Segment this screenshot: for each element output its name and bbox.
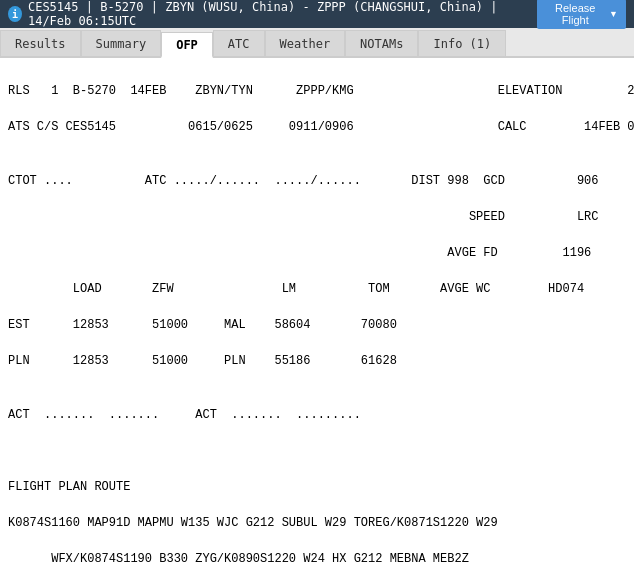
release-flight-label: Release Flight xyxy=(545,2,605,26)
info-icon: i xyxy=(8,6,22,22)
ofp-line-5: SPEED LRC xyxy=(8,208,626,226)
tab-atc[interactable]: ATC xyxy=(213,30,265,56)
ofp-line-6: AVGE FD 1196 xyxy=(8,244,626,262)
tab-notams[interactable]: NOTAMs xyxy=(345,30,418,56)
content-area[interactable]: RLS 1 B-5270 14FEB ZBYN/TYN ZPPP/KMG ELE… xyxy=(0,58,634,574)
ofp-line-1: RLS 1 B-5270 14FEB ZBYN/TYN ZPPP/KMG ELE… xyxy=(8,82,626,100)
tab-info[interactable]: Info (1) xyxy=(418,30,506,56)
flight-info-bar: i CES5145 | B-5270 | ZBYN (WUSU, China) … xyxy=(8,0,537,28)
ofp-line-2: ATS C/S CES5145 0615/0625 0911/0906 CALC… xyxy=(8,118,626,136)
flight-info-text: CES5145 | B-5270 | ZBYN (WUSU, China) - … xyxy=(28,0,537,28)
release-flight-arrow-icon: ▼ xyxy=(609,9,618,19)
ofp-content: RLS 1 B-5270 14FEB ZBYN/TYN ZPPP/KMG ELE… xyxy=(8,64,626,574)
tab-bar: Results Summary OFP ATC Weather NOTAMs I… xyxy=(0,28,634,58)
tab-summary[interactable]: Summary xyxy=(81,30,162,56)
ofp-line-8: EST 12853 51000 MAL 58604 70080 xyxy=(8,316,626,334)
ofp-line-flight-plan-route: FLIGHT PLAN ROUTE xyxy=(8,478,626,496)
ofp-line-9: PLN 12853 51000 PLN 55186 61628 xyxy=(8,352,626,370)
ofp-line-11: ACT ....... ....... ACT ....... ........… xyxy=(8,406,626,424)
tab-weather[interactable]: Weather xyxy=(265,30,346,56)
release-flight-button[interactable]: Release Flight ▼ xyxy=(537,0,626,29)
ofp-line-4: CTOT .... ATC ...../...... ...../...... … xyxy=(8,172,626,190)
ofp-line-route-2: WFX/K0874S1190 B330 ZYG/K0890S1220 W24 H… xyxy=(8,550,626,568)
tab-ofp[interactable]: OFP xyxy=(161,32,213,58)
ofp-line-route-1: K0874S1160 MAP91D MAPMU W135 WJC G212 SU… xyxy=(8,514,626,532)
top-bar: i CES5145 | B-5270 | ZBYN (WUSU, China) … xyxy=(0,0,634,28)
ofp-line-7: LOAD ZFW LM TOM AVGE WC HD074 xyxy=(8,280,626,298)
tab-results[interactable]: Results xyxy=(0,30,81,56)
